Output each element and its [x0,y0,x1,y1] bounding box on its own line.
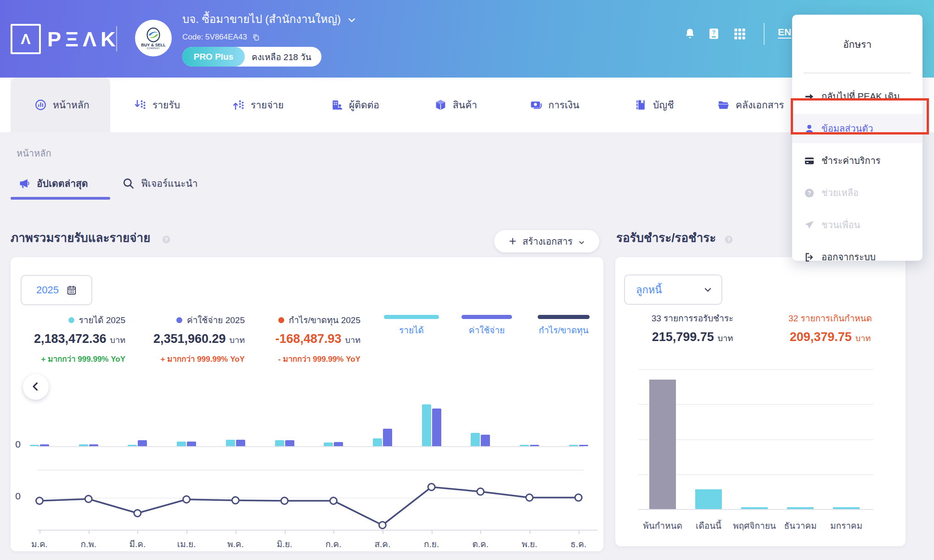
month-label: ม.ค. [31,537,48,551]
peak-logo-mark: Λ [11,24,41,54]
x-tick [480,530,481,534]
month-label: ก.ค. [326,537,342,551]
aging-label: พฤศจิกายน [733,519,776,532]
overview-help-icon[interactable]: ? [162,235,171,244]
nav-tab-4[interactable]: ผู้ติดต่อ [331,78,379,132]
help-icon[interactable]: ? [708,28,720,40]
expense-bar [236,440,245,446]
income-stat: รายได้ 2025 2,183,472.36บาท + มากกว่า 99… [15,313,125,365]
x-tick [39,530,40,534]
aging-bar-1 [649,380,676,509]
profit-stat: กำไร/ขาดทุน 2025 -168,487.93บาท - มากกว่… [250,313,360,365]
receivable-help-icon[interactable]: ? [724,235,733,244]
legend-toggle-2[interactable]: ค่าใช้จ่าย [461,315,512,337]
x-tick [186,530,187,534]
aging-label: เดือนนี้ [696,519,721,532]
create-document-button[interactable]: สร้างเอกสาร [494,230,599,252]
menu-item-2[interactable]: ข้อมูลส่วนตัว [792,114,923,143]
x-tick [579,530,580,534]
income-bar [324,442,333,446]
income-bar [177,442,186,446]
aging-bar-4 [787,507,814,509]
expense-bar [579,445,588,446]
nav-tab-5[interactable]: สินค้า [434,78,477,132]
gridline [638,369,873,370]
chart-prev-button[interactable] [23,374,49,400]
month-label: พ.ค. [227,537,244,551]
income-bar [226,440,235,446]
expense-bar [187,442,196,446]
x-tick [432,530,433,534]
expense-dot [176,317,182,323]
nav-tab-6[interactable]: การเงิน [530,78,580,132]
svg-text:?: ? [808,190,811,196]
company-logo-icon [144,27,163,43]
income-bar [422,404,431,446]
megaphone-icon [18,177,30,190]
month-label: มี.ค. [129,537,146,551]
month-label: ต.ค. [472,537,489,551]
nav-tab-3[interactable]: รายจ่าย [232,78,284,132]
legend-toggle-1[interactable]: รายได้ [384,315,439,337]
expense-bar [383,429,392,446]
nav-tab-7[interactable]: บัญชี [635,78,674,132]
company-avatar[interactable]: BUY & SELL COMPANY [135,20,172,56]
x-tick [89,530,90,534]
apps-grid-icon[interactable] [733,28,746,40]
x-tick [529,530,530,534]
overview-title: ภาพรวมรายรับและรายจ่าย [11,228,150,247]
calendar-icon [67,285,77,295]
chevron-down-icon [703,286,712,294]
aging-bar-3 [741,507,768,509]
peak-dashboard: Λ PΞΛK BUY & SELL COMPANY บจ. ซื้อมาขายไ… [0,0,934,560]
ledger-icon [635,99,647,111]
company-name: บจ. ซื้อมาขายไป (สำนักงานใหญ่) [182,10,341,28]
nav-tab-1[interactable]: หน้าหลัก [34,78,89,132]
aging-baseline [638,509,873,510]
expense-bar [481,435,490,446]
company-info: บจ. ซื้อมาขายไป (สำนักงานใหญ่) Code: 5V8… [182,10,356,67]
overdue-stat: 32 รายการเกินกำหนด 209,379.75บาท [761,311,899,345]
aging-bar-5 [833,507,860,509]
income-bar [275,440,284,446]
menu-item-1[interactable]: กลับไปที่ PEAK เดิม [792,82,923,111]
year-selector[interactable]: 2025 [21,275,92,305]
expense-bar [432,409,441,446]
contacts-icon [331,99,343,111]
income-bar [569,445,578,446]
expense-bar [285,440,294,446]
nav-tab-2[interactable]: รายรับ [134,78,180,132]
income-bar [128,445,137,446]
products-icon [434,99,447,111]
income-bar [520,445,529,446]
debtor-selector[interactable]: ลูกหนี้ [624,274,722,305]
nav-tab-8[interactable]: คลังเอกสาร [717,78,784,132]
profit-dot [278,317,284,323]
menu-item-6[interactable]: ออกจากระบบ [792,242,923,272]
plan-pill[interactable]: PRO Plus คงเหลือ 218 วัน [182,47,321,67]
language-toggle[interactable]: EN [778,27,791,38]
expense-stat: ค่าใช้จ่าย 2025 2,351,960.29บาท + มากกว่… [135,313,245,365]
menu-divider [804,73,911,73]
month-label: พ.ย. [522,537,537,551]
bar-baseline [37,446,584,447]
user-menu: อักษรา กลับไปที่ PEAK เดิมข้อมูลส่วนตัวช… [792,15,923,261]
active-tab-underline [11,197,110,200]
tab-recommended-features[interactable]: ฟีเจอร์แนะนำ [122,176,198,191]
notifications-bell-icon[interactable] [684,28,696,40]
income-dot [68,317,74,323]
peak-logo[interactable]: Λ PΞΛK [11,24,120,54]
aging-label: มกราคม [830,519,862,532]
svg-text:?: ? [712,29,716,36]
expense-bar [40,444,49,446]
legend-toggle-3[interactable]: กำไร/ขาดทุน [538,315,590,337]
income-bar [79,444,88,446]
x-tick [285,530,286,534]
line-zeroline [37,498,584,498]
company-switcher[interactable]: บจ. ซื้อมาขายไป (สำนักงานใหญ่) [182,10,356,28]
tab-latest-updates[interactable]: อัปเดตล่าสุด [18,176,88,191]
expense-bar [89,444,98,446]
copy-icon[interactable] [252,34,260,41]
breadcrumb: หน้าหลัก [17,146,51,161]
menu-item-3[interactable]: ชำระค่าบริการ [792,146,923,175]
